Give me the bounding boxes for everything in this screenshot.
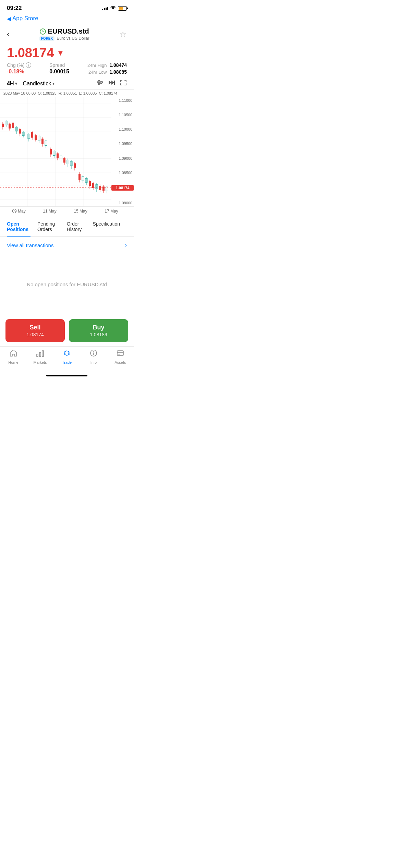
header: ‹ EURUSD.std FOREX Euro vs US Dollar ☆ xyxy=(0,25,134,43)
favorite-star-icon[interactable]: ☆ xyxy=(119,29,127,39)
chart-type-dropdown-icon: ▾ xyxy=(52,81,54,86)
svg-rect-32 xyxy=(19,129,21,134)
status-time: 09:22 xyxy=(7,5,22,12)
high-value: 1.08474 xyxy=(109,62,127,68)
current-price: 1.08174 xyxy=(7,46,54,60)
chart-settings-icon[interactable] xyxy=(97,80,104,87)
svg-rect-28 xyxy=(12,123,14,128)
svg-rect-82 xyxy=(39,352,41,357)
buy-button[interactable]: Buy 1.08189 xyxy=(69,319,128,342)
tab-specification[interactable]: Specification xyxy=(93,217,120,236)
timeframe-selector[interactable]: 4H ▾ xyxy=(7,81,17,87)
ohlc-bar: 2023 May 18 08:00 O: 1.08325 H: 1.08351 … xyxy=(0,89,134,97)
sell-button[interactable]: Sell 1.08174 xyxy=(5,319,65,342)
svg-marker-7 xyxy=(111,81,114,85)
nav-info-label: Info xyxy=(90,360,97,364)
svg-rect-91 xyxy=(118,354,120,354)
svg-marker-6 xyxy=(109,81,111,85)
time-axis: 09 May 11 May 15 May 17 May xyxy=(0,206,134,216)
price-label-1: 1.11000 xyxy=(111,98,134,103)
svg-rect-38 xyxy=(31,132,33,138)
home-icon xyxy=(9,349,17,359)
svg-point-84 xyxy=(64,352,65,354)
price-label-3: 1.10000 xyxy=(111,127,134,131)
main-price-row: 1.08174 ▼ xyxy=(7,46,127,60)
svg-rect-78 xyxy=(102,186,105,191)
svg-rect-56 xyxy=(63,158,65,162)
price-label-8: 1.08000 xyxy=(111,201,134,205)
assets-icon xyxy=(116,349,124,359)
svg-point-87 xyxy=(93,351,94,352)
status-icons xyxy=(102,5,127,11)
current-price-axis-label: 1.08174 xyxy=(111,185,134,191)
svg-rect-64 xyxy=(78,174,81,180)
home-indicator-bar xyxy=(46,375,87,376)
svg-rect-52 xyxy=(57,153,59,158)
change-pct-label: Chg (%) xyxy=(7,62,24,68)
symbol-text: EURUSD.std xyxy=(48,27,89,35)
svg-rect-62 xyxy=(74,163,76,168)
appstore-label: App Store xyxy=(12,15,38,22)
info-nav-icon xyxy=(89,349,98,359)
sell-label: Sell xyxy=(29,324,40,331)
svg-point-5 xyxy=(98,83,100,85)
nav-assets-label: Assets xyxy=(114,360,126,364)
nav-home-label: Home xyxy=(8,360,18,364)
nav-trade-label: Trade xyxy=(62,360,72,364)
nav-assets[interactable]: Assets xyxy=(107,349,134,364)
price-axis: 1.11000 1.10500 1.10000 1.09500 1.09000 … xyxy=(111,97,134,206)
time-label-4: 17 May xyxy=(105,209,118,214)
buy-label: Buy xyxy=(93,324,104,331)
nav-info[interactable]: Info xyxy=(80,349,107,364)
change-value: -0.18% xyxy=(7,69,31,75)
svg-point-3 xyxy=(98,81,100,82)
ohlc-date: 2023 May 18 08:00 xyxy=(3,91,36,95)
tab-pending-orders[interactable]: Pending Orders xyxy=(37,217,60,236)
ohlc-open: O: 1.08325 xyxy=(38,91,56,95)
trade-buttons: Sell 1.08174 Buy 1.08189 xyxy=(0,315,134,346)
view-all-transactions-row[interactable]: View all transactions › xyxy=(0,237,134,254)
appstore-back-button[interactable]: ◀ App Store xyxy=(7,15,38,22)
appstore-bar[interactable]: ◀ App Store xyxy=(0,14,134,25)
tab-order-history[interactable]: Order History xyxy=(67,217,86,236)
low-value: 1.08085 xyxy=(109,69,127,75)
time-label-2: 11 May xyxy=(43,209,56,214)
chart-fullscreen-icon[interactable] xyxy=(120,80,127,87)
price-label-4: 1.09500 xyxy=(111,142,134,146)
timeframe-value: 4H xyxy=(7,81,14,87)
header-title: EURUSD.std FOREX Euro vs US Dollar xyxy=(39,27,89,41)
ohlc-low: L: 1.08085 xyxy=(79,91,97,95)
low-label: 24hr Low xyxy=(88,70,107,75)
header-back-button[interactable]: ‹ xyxy=(7,30,9,39)
back-arrow-icon: ◀ xyxy=(7,15,11,22)
signal-icon xyxy=(102,6,108,10)
chart-type-selector[interactable]: Candlestick ▾ xyxy=(23,81,54,87)
bottom-navigation: Home Markets Trade xyxy=(0,346,134,371)
svg-rect-81 xyxy=(37,354,38,357)
svg-rect-40 xyxy=(35,135,37,140)
order-tabs: Open Positions Pending Orders Order Hist… xyxy=(0,217,134,237)
info-circle-icon[interactable]: i xyxy=(26,62,31,68)
tab-open-positions[interactable]: Open Positions xyxy=(7,217,31,236)
spread-section: Spread 0.00015 xyxy=(49,62,69,75)
svg-point-85 xyxy=(68,352,70,354)
nav-trade[interactable]: Trade xyxy=(53,349,80,364)
candlestick-chart xyxy=(0,97,111,206)
svg-point-4 xyxy=(100,82,102,84)
trade-icon xyxy=(63,349,71,359)
nav-markets[interactable]: Markets xyxy=(27,349,53,364)
svg-rect-44 xyxy=(41,139,44,144)
view-all-chevron-icon: › xyxy=(125,242,127,248)
ohlc-high: H: 1.08351 xyxy=(59,91,77,95)
wifi-icon xyxy=(110,5,116,11)
empty-state: No open positions for EURUSD.std xyxy=(0,254,134,315)
nav-home[interactable]: Home xyxy=(0,349,27,364)
svg-rect-89 xyxy=(117,351,123,355)
chart-area[interactable]: 1.11000 1.10500 1.10000 1.09500 1.09000 … xyxy=(0,97,134,206)
view-all-transactions-label: View all transactions xyxy=(7,242,53,248)
symbol-title: EURUSD.std xyxy=(40,27,89,35)
svg-rect-83 xyxy=(42,351,44,357)
price-direction-icon: ▼ xyxy=(57,49,64,58)
change-label-row: Chg (%) i xyxy=(7,62,31,68)
chart-fast-forward-icon[interactable] xyxy=(108,80,115,87)
